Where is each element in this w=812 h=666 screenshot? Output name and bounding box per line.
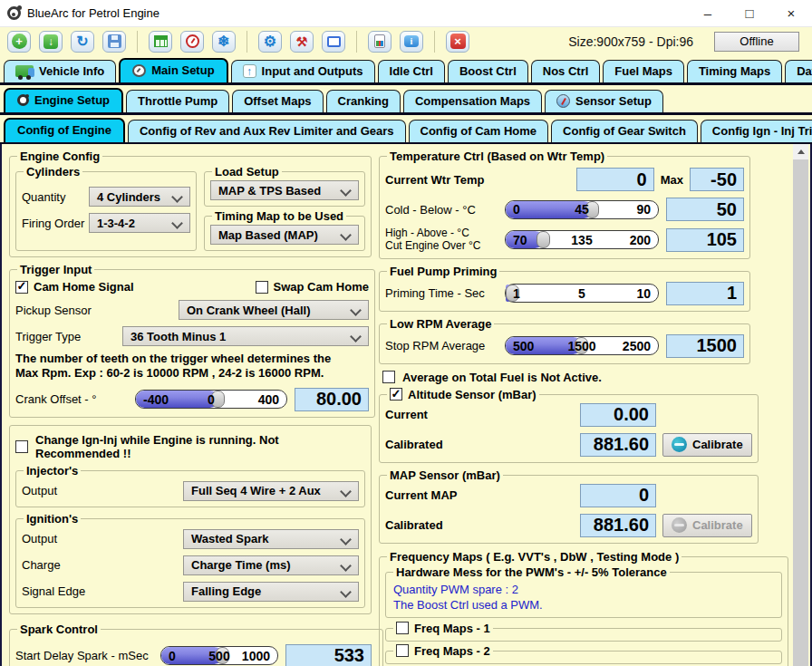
table-icon <box>154 35 168 47</box>
tab-compensation-maps[interactable]: Compensation Maps <box>403 90 542 112</box>
tab-data-logger[interactable]: Data Logger <box>785 60 812 82</box>
gauge-button[interactable] <box>180 31 204 53</box>
altitude-calibrate-button[interactable]: Calibrate <box>662 433 752 457</box>
receive-button[interactable]: ↓ <box>39 31 63 53</box>
save-button[interactable] <box>102 31 126 53</box>
close-button[interactable]: × <box>770 0 812 27</box>
window-icon <box>327 36 341 47</box>
priming-time-slider[interactable]: 1 5 10 <box>505 284 659 303</box>
tab-cranking[interactable]: Cranking <box>326 90 401 112</box>
trigger-type-select[interactable]: 36 Tooth Minus 1 <box>122 326 369 346</box>
tab-config-of-engine[interactable]: Config of Engine <box>4 118 125 142</box>
tab-config-gear-switch[interactable]: Config of Gear Switch <box>551 120 698 142</box>
cylinder-quantity-select[interactable]: 4 Cylinders <box>89 187 190 207</box>
tab-vehicle-info[interactable]: Vehicle Info <box>4 60 116 82</box>
start-delay-slider[interactable]: 0 500 1000 <box>160 646 278 665</box>
firing-order-select[interactable]: 1-3-4-2 <box>89 213 190 233</box>
vertical-scrollbar[interactable] <box>793 144 808 666</box>
slider-thumb[interactable] <box>536 231 550 248</box>
minimize-button[interactable]: – <box>687 0 729 27</box>
snowflake-icon: ❄ <box>218 34 229 49</box>
map-calibrated-label: Calibrated <box>385 518 580 532</box>
sync-button[interactable]: ↻ <box>71 31 94 53</box>
tab-idle-ctrl[interactable]: Idle Ctrl <box>378 60 445 82</box>
cam-home-signal-checkbox[interactable] <box>15 281 28 294</box>
tab-config-rev-limiter[interactable]: Config of Rev and Aux Rev Limiter and Ge… <box>128 120 406 142</box>
charge-label: Charge <box>22 558 183 572</box>
tools-button[interactable]: ⚒ <box>290 31 314 53</box>
ignitions-group: Ignition's Output Wasted Spark Charge Ch… <box>15 512 365 608</box>
save-icon <box>108 34 121 48</box>
average-total-fuel-checkbox[interactable] <box>382 371 395 383</box>
download-icon: ↓ <box>44 34 58 49</box>
engine-config-group: Engine Config Cylinders Quantity 4 Cylin… <box>9 150 372 257</box>
tab-offset-maps[interactable]: Offset Maps <box>232 90 323 112</box>
pickup-sensor-select[interactable]: On Crank Wheel (Hall) <box>179 300 369 320</box>
settings-button[interactable]: ⚙ <box>258 31 282 53</box>
freq-maps-2-checkbox[interactable] <box>396 644 409 657</box>
charge-select[interactable]: Charge Time (ms) <box>183 555 359 575</box>
timing-map-select[interactable]: Map Based (MAP) <box>210 225 359 245</box>
config-of-engine-page: Engine Config Cylinders Quantity 4 Cylin… <box>0 144 812 666</box>
maximize-button[interactable]: □ <box>729 0 770 27</box>
add-button[interactable]: + <box>7 31 31 53</box>
toolbar-separator <box>434 31 435 53</box>
cold-below-slider[interactable]: 0 45 90 <box>505 200 659 219</box>
current-wtr-temp-label: Current Wtr Temp <box>385 173 576 187</box>
priming-time-value: 1 <box>666 282 744 305</box>
freq-maps-1-checkbox[interactable] <box>396 622 409 634</box>
tab-input-and-outputs[interactable]: ↑Input and Outputs <box>231 60 375 82</box>
tab-config-cam-home[interactable]: Config of Cam Home <box>409 120 549 142</box>
tab-fuel-maps[interactable]: Fuel Maps <box>603 60 684 82</box>
high-above-slider[interactable]: 70 135 200 <box>505 230 659 249</box>
snowflake-button[interactable]: ❄ <box>212 31 236 53</box>
maps-table-button[interactable] <box>149 31 172 53</box>
cylinders-group: Cylinders Quantity 4 Cylinders Firing Or… <box>15 165 197 251</box>
timing-map-group: Timing Map to be Used Map Based (MAP) <box>204 209 365 251</box>
offline-button[interactable]: Offline <box>714 32 799 52</box>
tab-timing-maps[interactable]: Timing Maps <box>687 60 782 82</box>
tab-sensor-setup[interactable]: Sensor Setup <box>545 90 663 112</box>
arrow-up-icon: ↑ <box>243 64 256 78</box>
tab-throttle-pump[interactable]: Throttle Pump <box>126 90 229 112</box>
current-wtr-temp-value: 0 <box>576 168 654 191</box>
scroll-up-button[interactable] <box>793 144 808 159</box>
engine-logo-icon <box>17 94 29 106</box>
altitude-sensor-checkbox[interactable] <box>390 388 402 401</box>
title-bar: BlueArc for Petrol Engine – □ × <box>0 0 812 27</box>
crank-offset-label: Crank Offset - ° <box>15 392 135 406</box>
ignition-output-select[interactable]: Wasted Spark <box>183 529 359 549</box>
close-red-icon: × <box>450 34 466 49</box>
map-calibrate-button[interactable]: Calibrate <box>662 514 752 537</box>
crank-offset-slider[interactable]: -400 0 400 <box>135 390 287 409</box>
freq-maps-1-group: Freq Maps - 1 <box>385 622 782 642</box>
truck-icon <box>15 65 34 77</box>
tab-main-setup[interactable]: Main Setup <box>119 58 227 82</box>
high-above-value: 105 <box>666 228 744 252</box>
info-button[interactable]: i <box>400 31 423 53</box>
low-rpm-average-group: Low RPM Average Stop RPM Average 500 150… <box>379 317 750 364</box>
swap-cam-home-checkbox[interactable] <box>256 281 268 294</box>
gear-icon: ⚙ <box>264 34 276 49</box>
toolbar-separator <box>137 31 138 53</box>
report-chart-icon <box>374 34 385 48</box>
altitude-current-value: 0.00 <box>580 403 656 427</box>
change-ign-inj-checkbox[interactable] <box>15 440 28 453</box>
spark-control-group: Spark Control Start Delay Spark - mSec 0… <box>9 623 383 666</box>
signal-edge-select[interactable]: Falling Edge <box>183 582 359 602</box>
tab-boost-ctrl[interactable]: Boost Ctrl <box>448 60 528 82</box>
load-setup-select[interactable]: MAP & TPS Based <box>210 180 359 200</box>
toolbar-separator <box>246 31 247 53</box>
altitude-calibrated-value: 881.60 <box>580 433 656 457</box>
gauge-icon <box>186 34 199 48</box>
exit-button[interactable]: × <box>446 31 469 53</box>
report-button[interactable] <box>368 31 392 53</box>
window-button[interactable] <box>322 31 345 53</box>
stop-rpm-value: 1500 <box>666 334 744 358</box>
stop-rpm-slider[interactable]: 500 1500 2500 <box>505 336 659 355</box>
tab-config-ign-inj-trims[interactable]: Config Ign - Inj Trims <box>701 120 812 142</box>
gauge-icon <box>132 64 146 77</box>
tab-engine-setup[interactable]: Engine Setup <box>4 88 123 112</box>
tab-nos-ctrl[interactable]: Nos Ctrl <box>531 60 601 82</box>
injector-output-select[interactable]: Full Seq 4 Wire + 2 Aux <box>183 481 359 501</box>
